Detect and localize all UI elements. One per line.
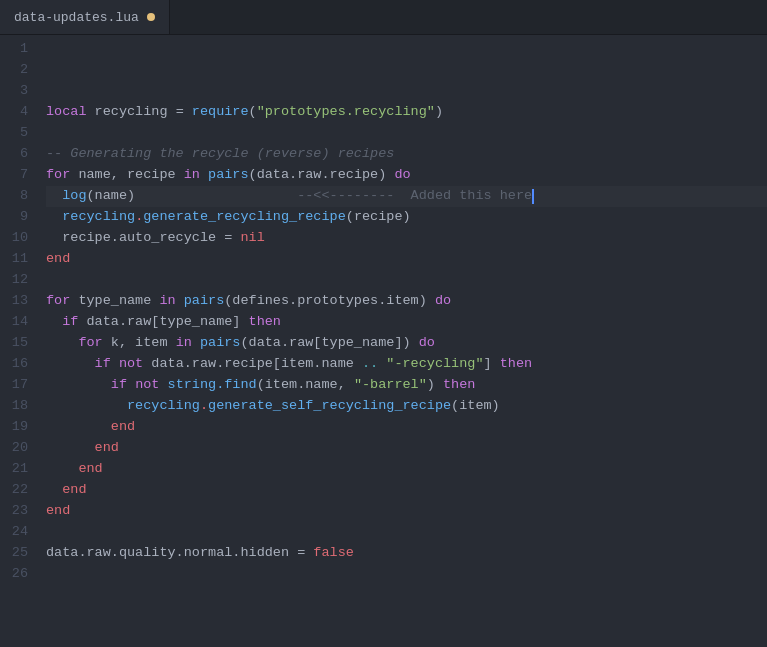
ln-12: 12 [0,270,28,291]
code-line-17: if not string.find(item.name, "-barrel")… [46,375,767,396]
token-in-7: in [184,165,208,186]
code-line-4: local recycling = require("prototypes.re… [46,102,767,123]
token-do-7: do [394,165,410,186]
token-for-7: for [46,165,78,186]
token-string-16: "-recycling" [386,354,483,375]
code-line-3 [46,81,767,102]
token-nil: nil [240,228,264,249]
code-line-7: for name, recipe in pairs(data.raw.recip… [46,165,767,186]
token-end-11: end [46,249,70,270]
ln-5: 5 [0,123,28,144]
tab-modified-dot [147,13,155,21]
ln-9: 9 [0,207,28,228]
ln-25: 25 [0,543,28,564]
ln-22: 22 [0,480,28,501]
token-not-16: not [119,354,151,375]
code-line-20: end [46,438,767,459]
token-string-find: string.find [168,375,257,396]
ln-3: 3 [0,81,28,102]
ln-6: 6 [0,144,28,165]
ln-19: 19 [0,417,28,438]
token-require: require [192,102,249,123]
token-pairs-7: pairs [208,165,249,186]
ln-7: 7 [0,165,28,186]
token-then-16: then [500,354,532,375]
code-line-6: -- Generating the recycle (reverse) reci… [46,144,767,165]
ln-11: 11 [0,249,28,270]
token-for-13: for [46,291,78,312]
tab-bar: data-updates.lua [0,0,767,35]
code-line-14: if data.raw[type_name] then [46,312,767,333]
token-end-23: end [46,501,70,522]
token-string: "prototypes.recycling" [257,102,435,123]
code-line-19: end [46,417,767,438]
token-if-14: if [62,312,86,333]
ln-24: 24 [0,522,28,543]
token-not-17: not [135,375,167,396]
token-log: log [62,186,86,207]
code-line-2 [46,60,767,81]
ln-15: 15 [0,333,28,354]
token-comment-6: -- Generating the recycle (reverse) reci… [46,144,394,165]
token-self-recycle: recycling.generate_self_recycling_recipe [127,396,451,417]
token-end-20: end [95,438,119,459]
text-cursor [532,189,534,204]
code-line-15: for k, item in pairs(data.raw[type_name]… [46,333,767,354]
ln-13: 13 [0,291,28,312]
token-string-17: "-barrel" [354,375,427,396]
ln-20: 20 [0,438,28,459]
code-line-26 [46,564,767,585]
token-if-16: if [95,354,119,375]
ln-26: 26 [0,564,28,585]
token-do-15: do [419,333,435,354]
editor: 1 2 3 4 5 6 7 8 9 10 11 12 13 14 15 16 1… [0,35,767,647]
code-line-25: data.raw.quality.normal.hidden = false [46,543,767,564]
token-if-17: if [111,375,135,396]
code-line-1 [46,39,767,60]
token-in-13: in [159,291,183,312]
code-line-24 [46,522,767,543]
ln-14: 14 [0,312,28,333]
ln-2: 2 [0,60,28,81]
code-line-13: for type_name in pairs(defines.prototype… [46,291,767,312]
token-do-13: do [435,291,451,312]
code-line-11: end [46,249,767,270]
ln-21: 21 [0,459,28,480]
code-line-21: end [46,459,767,480]
token-pairs-13: pairs [184,291,225,312]
code-area[interactable]: local recycling = require("prototypes.re… [38,35,767,647]
line-numbers: 1 2 3 4 5 6 7 8 9 10 11 12 13 14 15 16 1… [0,35,38,647]
tab-data-updates[interactable]: data-updates.lua [0,0,170,34]
token-end-21: end [78,459,102,480]
token-comment-8: --<<-------- Added this here [297,186,532,207]
token-recycling-var: recycling [95,102,176,123]
token-for-15: for [78,333,110,354]
code-line-9: recycling.generate_recycling_recipe(reci… [46,207,767,228]
code-line-12 [46,270,767,291]
ln-23: 23 [0,501,28,522]
token-end-19: end [111,417,135,438]
ln-1: 1 [0,39,28,60]
ln-17: 17 [0,375,28,396]
token-local: local [46,102,95,123]
token-recycling-method: recycling.generate_recycling_recipe [62,207,346,228]
token-end-22: end [62,480,86,501]
code-line-10: recipe.auto_recycle = nil [46,228,767,249]
token-concat: .. [362,354,378,375]
token-in-15: in [176,333,200,354]
tab-label: data-updates.lua [14,10,139,25]
ln-8: 8 [0,186,28,207]
token-then-14: then [249,312,281,333]
token-false: false [313,543,354,564]
ln-16: 16 [0,354,28,375]
ln-4: 4 [0,102,28,123]
token-then-17: then [443,375,475,396]
ln-10: 10 [0,228,28,249]
code-line-5 [46,123,767,144]
code-line-8: log(name) --<<-------- Added this here [46,186,767,207]
code-line-18: recycling.generate_self_recycling_recipe… [46,396,767,417]
code-line-16: if not data.raw.recipe[item.name .. "-re… [46,354,767,375]
ln-18: 18 [0,396,28,417]
code-line-22: end [46,480,767,501]
code-line-23: end [46,501,767,522]
